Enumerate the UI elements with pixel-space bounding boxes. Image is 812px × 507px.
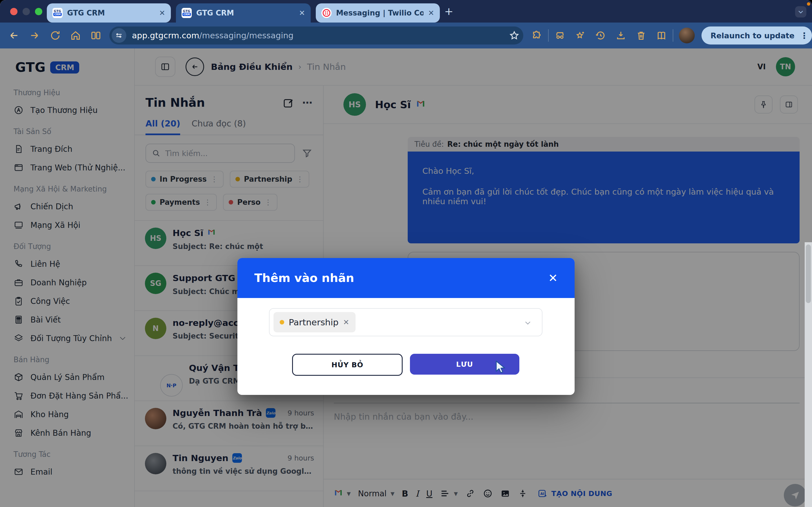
browser-tab-1[interactable]: GTGCRMGTG CRM✕: [47, 3, 171, 22]
kebab-menu-icon[interactable]: ⋮: [800, 31, 809, 41]
browser-tab-2[interactable]: GTGCRMGTG CRM✕: [176, 3, 311, 22]
tab-title: Messaging | Twilio Console: [336, 9, 423, 17]
reload-icon[interactable]: [50, 30, 61, 41]
label-text: Partnership: [289, 317, 339, 327]
add-label-modal: Thêm vào nhãn ✕ Partnership ✕ HỦY BỎ LƯU: [238, 258, 574, 395]
downloads-icon[interactable]: [615, 30, 626, 41]
extensions-icon[interactable]: [531, 30, 543, 41]
modal-title: Thêm vào nhãn: [254, 271, 548, 285]
close-window-button[interactable]: [10, 8, 17, 15]
mouse-cursor: [495, 360, 509, 378]
reading-list-icon[interactable]: [656, 30, 667, 41]
label-select[interactable]: Partnership ✕: [269, 308, 543, 336]
profile-avatar[interactable]: [679, 27, 695, 43]
forward-icon[interactable]: [29, 30, 40, 41]
trash-icon[interactable]: [636, 30, 647, 41]
tab-title: GTG CRM: [196, 9, 294, 17]
history-icon[interactable]: [595, 30, 606, 41]
browser-tab-3[interactable]: Messaging | Twilio Console✕: [316, 3, 440, 22]
relaunch-label: Relaunch to update: [711, 31, 795, 40]
window-controls[interactable]: [10, 8, 42, 15]
split-view-icon[interactable]: [90, 30, 101, 41]
goggles-extension-icon[interactable]: [554, 30, 566, 41]
favorites-sparkle-icon[interactable]: [574, 30, 586, 41]
tab-close-icon[interactable]: ✕: [299, 9, 305, 17]
gtg-favicon: GTGCRM: [182, 8, 192, 18]
address-bar[interactable]: app.gtgcrm.com/messaging/messaging: [109, 26, 523, 45]
selected-label-tag: Partnership ✕: [273, 312, 356, 332]
remove-label-icon[interactable]: ✕: [343, 318, 349, 327]
scrollbar-thumb[interactable]: [806, 244, 811, 303]
relaunch-button[interactable]: Relaunch to update ⋮: [702, 26, 812, 45]
screen: GTGCRMGTG CRM✕GTGCRMGTG CRM✕Messaging | …: [0, 0, 812, 507]
gtg-favicon: GTGCRM: [52, 8, 63, 18]
tab-title: GTG CRM: [67, 9, 154, 17]
home-icon[interactable]: [70, 30, 81, 41]
twilio-favicon: [321, 8, 332, 18]
chevron-down-icon[interactable]: [524, 318, 532, 326]
label-color-dot: [280, 320, 284, 325]
tab-strip: GTGCRMGTG CRM✕GTGCRMGTG CRM✕Messaging | …: [0, 0, 812, 22]
browser-window: GTGCRMGTG CRM✕GTGCRMGTG CRM✕Messaging | …: [0, 0, 812, 507]
minimize-window-button[interactable]: [22, 8, 30, 15]
page-scrollbar[interactable]: [805, 242, 812, 507]
modal-header: Thêm vào nhãn ✕: [238, 258, 574, 298]
url-text[interactable]: app.gtgcrm.com/messaging/messaging: [132, 31, 509, 40]
cancel-button[interactable]: HỦY BỎ: [292, 354, 403, 376]
zoom-window-button[interactable]: [35, 8, 42, 15]
status-dot: [807, 2, 810, 6]
bookmark-star-icon[interactable]: [509, 30, 520, 41]
site-settings-icon[interactable]: [112, 28, 126, 43]
tab-close-icon[interactable]: ✕: [428, 9, 434, 17]
back-icon[interactable]: [8, 30, 20, 41]
tab-close-icon[interactable]: ✕: [159, 9, 165, 17]
browser-toolbar: app.gtgcrm.com/messaging/messaging Relau…: [0, 22, 812, 48]
tab-search-chevron-icon[interactable]: [795, 6, 806, 17]
gtg-crm-app: GTG CRM Thương HiệuTạo Thương HiệuTài Sả…: [0, 48, 812, 507]
new-tab-button[interactable]: +: [444, 5, 453, 17]
close-icon[interactable]: ✕: [548, 272, 558, 284]
